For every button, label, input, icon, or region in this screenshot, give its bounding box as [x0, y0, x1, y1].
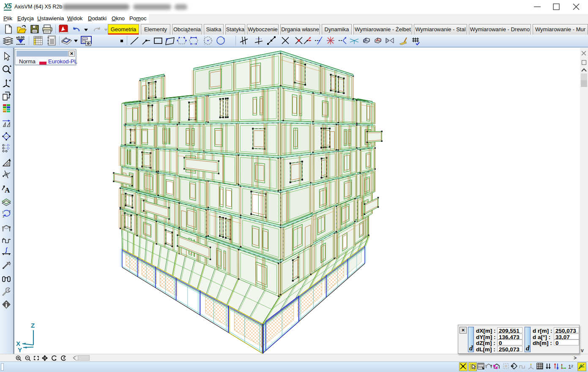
svg-text:Z: Z: [31, 322, 35, 329]
svg-text:3: 3: [3, 215, 4, 218]
svg-text:A: A: [5, 186, 10, 194]
svg-text:Y: Y: [18, 346, 22, 353]
svg-text:±0.00: ±0.00: [16, 35, 25, 39]
svg-text:1: 1: [2, 211, 4, 214]
svg-text:2: 2: [9, 210, 11, 213]
